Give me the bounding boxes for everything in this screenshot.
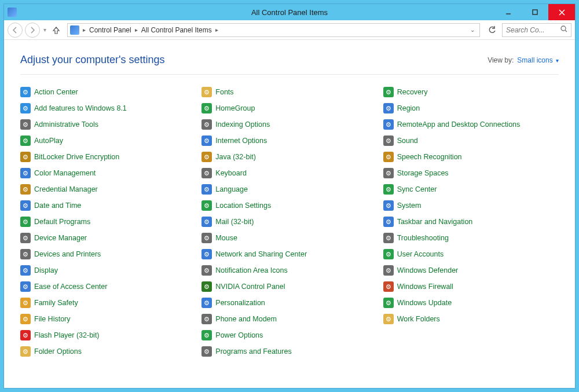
cp-item[interactable]: ⚙Phone and Modem bbox=[201, 313, 377, 325]
breadcrumb-sep[interactable]: ▸ bbox=[134, 27, 139, 33]
svg-rect-1 bbox=[533, 10, 537, 14]
cp-item-label: Taskbar and Navigation bbox=[397, 218, 473, 226]
defender-icon: ⚙ bbox=[383, 265, 394, 276]
language-icon: ⚙ bbox=[201, 184, 212, 195]
cp-item[interactable]: ⚙Language bbox=[201, 184, 377, 195]
cp-item[interactable]: ⚙Mail (32-bit) bbox=[201, 216, 377, 228]
cp-item[interactable]: ⚙Internet Options bbox=[201, 135, 377, 146]
search-box[interactable] bbox=[502, 23, 571, 37]
cp-item[interactable]: ⚙Troubleshooting bbox=[383, 232, 559, 244]
cp-item-label: Family Safety bbox=[34, 299, 78, 307]
control-panel-icon bbox=[8, 8, 17, 17]
maximize-icon bbox=[532, 9, 538, 15]
cp-item-label: Language bbox=[215, 185, 248, 193]
cp-item[interactable]: ⚙File History bbox=[20, 313, 196, 325]
cp-item[interactable]: ⚙Devices and Printers bbox=[20, 248, 196, 260]
cp-item-label: Action Center bbox=[34, 88, 78, 96]
forward-button[interactable] bbox=[25, 23, 40, 38]
tools-icon: ⚙ bbox=[20, 119, 31, 130]
chevron-down-icon: ▾ bbox=[556, 57, 559, 64]
address-bar[interactable]: ▸ Control Panel ▸ All Control Panel Item… bbox=[67, 23, 480, 37]
cp-item[interactable]: ⚙Keyboard bbox=[201, 167, 377, 179]
cp-item[interactable]: ⚙Network and Sharing Center bbox=[201, 248, 377, 260]
cp-item[interactable]: ⚙Mouse bbox=[201, 232, 377, 244]
search-input[interactable] bbox=[506, 26, 558, 34]
cp-item-label: Network and Sharing Center bbox=[215, 250, 307, 258]
cp-item-label: Location Settings bbox=[215, 202, 271, 210]
cp-item-label: Region bbox=[397, 104, 420, 112]
cp-item-label: Add features to Windows 8.1 bbox=[34, 104, 127, 112]
homegroup-icon: ⚙ bbox=[201, 103, 212, 113]
cp-item[interactable]: ⚙Date and Time bbox=[20, 200, 196, 211]
region-icon: ⚙ bbox=[383, 103, 394, 113]
cp-item[interactable]: ⚙Windows Firewall bbox=[383, 281, 559, 292]
cp-item[interactable]: ⚙Default Programs bbox=[20, 216, 196, 228]
maximize-button[interactable] bbox=[522, 4, 548, 20]
up-button[interactable] bbox=[50, 24, 63, 36]
cp-item[interactable]: ⚙Power Options bbox=[201, 329, 377, 341]
cp-item[interactable]: ⚙Taskbar and Navigation bbox=[383, 216, 559, 228]
cp-item[interactable]: ⚙Add features to Windows 8.1 bbox=[20, 102, 196, 114]
cp-item-label: Windows Defender bbox=[397, 266, 459, 274]
cp-item[interactable]: ⚙Work Folders bbox=[383, 313, 559, 325]
cp-item[interactable]: ⚙Java (32-bit) bbox=[201, 151, 377, 163]
cp-item[interactable]: ⚙Ease of Access Center bbox=[20, 281, 196, 292]
breadcrumb-control-panel[interactable]: Control Panel bbox=[87, 26, 134, 34]
tray-icon: ⚙ bbox=[201, 265, 212, 276]
cp-item[interactable]: ⚙System bbox=[383, 200, 559, 211]
cp-item[interactable]: ⚙Notification Area Icons bbox=[201, 265, 377, 276]
index-icon: ⚙ bbox=[201, 119, 212, 130]
location-icon: ⚙ bbox=[201, 200, 212, 211]
cp-item[interactable]: ⚙Programs and Features bbox=[201, 346, 377, 357]
cp-item[interactable]: ⚙Color Management bbox=[20, 167, 196, 179]
cp-item[interactable]: ⚙User Accounts bbox=[383, 248, 559, 260]
cp-item[interactable]: ⚙BitLocker Drive Encryption bbox=[20, 151, 196, 163]
cp-item[interactable]: ⚙Fonts bbox=[201, 86, 377, 98]
cp-item[interactable]: ⚙Storage Spaces bbox=[383, 167, 559, 179]
cp-item[interactable]: ⚙AutoPlay bbox=[20, 135, 196, 146]
cp-item[interactable]: ⚙Location Settings bbox=[201, 200, 377, 211]
cp-item[interactable]: ⚙Administrative Tools bbox=[20, 119, 196, 130]
cp-item[interactable]: ⚙Region bbox=[383, 102, 559, 114]
cp-item[interactable]: ⚙Personalization bbox=[201, 297, 377, 309]
cp-item[interactable]: ⚙NVIDIA Control Panel bbox=[201, 281, 377, 292]
refresh-button[interactable] bbox=[485, 23, 500, 37]
cp-item[interactable]: ⚙Sound bbox=[383, 135, 559, 146]
cp-item[interactable]: ⚙Sync Center bbox=[383, 184, 559, 195]
back-button[interactable] bbox=[8, 23, 23, 38]
cp-item[interactable]: ⚙Windows Update bbox=[383, 297, 559, 309]
address-dropdown[interactable]: ⌄ bbox=[468, 27, 477, 33]
breadcrumb-sep[interactable]: ▸ bbox=[214, 27, 219, 33]
cp-item-label: Credential Manager bbox=[34, 185, 98, 193]
window-controls bbox=[495, 4, 575, 20]
cp-item[interactable]: ⚙Action Center bbox=[20, 86, 196, 98]
cp-item[interactable]: ⚙Device Manager bbox=[20, 232, 196, 244]
cp-item[interactable]: ⚙RemoteApp and Desktop Connections bbox=[383, 119, 559, 130]
viewby-dropdown[interactable]: Small icons ▾ bbox=[517, 56, 559, 64]
cp-item[interactable]: ⚙Folder Options bbox=[20, 346, 196, 357]
breadcrumb-all-items[interactable]: All Control Panel Items bbox=[139, 26, 214, 34]
minimize-button[interactable] bbox=[495, 4, 522, 20]
cp-item[interactable]: ⚙Flash Player (32-bit) bbox=[20, 329, 196, 341]
cp-item[interactable]: ⚙Family Safety bbox=[20, 297, 196, 309]
system-icon: ⚙ bbox=[383, 200, 394, 211]
internet-icon: ⚙ bbox=[201, 135, 212, 146]
ease-icon: ⚙ bbox=[20, 281, 31, 292]
history-dropdown[interactable]: ▾ bbox=[42, 27, 47, 33]
taskbar-icon: ⚙ bbox=[383, 217, 394, 227]
cp-item[interactable]: ⚙Speech Recognition bbox=[383, 151, 559, 163]
cp-item[interactable]: ⚙Recovery bbox=[383, 86, 559, 98]
storage-icon: ⚙ bbox=[383, 168, 394, 178]
close-button[interactable] bbox=[548, 4, 575, 20]
cp-item-label: Ease of Access Center bbox=[34, 283, 107, 291]
lock-icon: ⚙ bbox=[20, 152, 31, 162]
cp-item-label: Speech Recognition bbox=[397, 153, 462, 161]
cp-item[interactable]: ⚙Display bbox=[20, 265, 196, 276]
cp-item-label: Windows Firewall bbox=[397, 283, 453, 291]
breadcrumb-sep[interactable]: ▸ bbox=[82, 27, 87, 33]
cp-item[interactable]: ⚙Credential Manager bbox=[20, 184, 196, 195]
cp-item[interactable]: ⚙Windows Defender bbox=[383, 265, 559, 276]
cp-item-label: Folder Options bbox=[34, 347, 82, 356]
cp-item[interactable]: ⚙HomeGroup bbox=[201, 102, 377, 114]
cp-item[interactable]: ⚙Indexing Options bbox=[201, 119, 377, 130]
